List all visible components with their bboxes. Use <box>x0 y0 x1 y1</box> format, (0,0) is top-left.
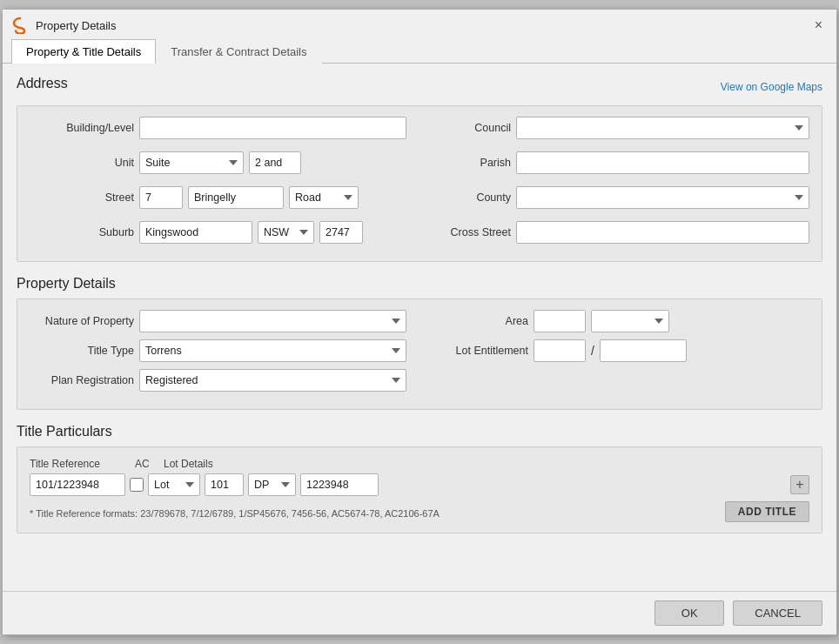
col-headers: Title Reference AC Lot Details <box>30 458 809 470</box>
main-content: Address View on Google Maps Building/Lev… <box>3 64 836 591</box>
unit-label: Unit <box>30 157 134 169</box>
address-grid: Building/Level Unit Suite Unit Apartment <box>30 117 809 251</box>
property-details-box: Nature of Property Title Type Torrens Ol… <box>17 299 822 410</box>
plan-reg-row: Plan Registration Registered Unregistere… <box>30 369 406 392</box>
street-name-input[interactable] <box>188 186 284 209</box>
col-title-ref-header: Title Reference <box>30 458 125 470</box>
title-type-select[interactable]: Torrens Old System Strata <box>139 339 406 362</box>
property-details-title: Property Details <box>17 276 116 291</box>
parish-row: Parish <box>433 151 809 174</box>
nature-label: Nature of Property <box>30 315 134 327</box>
building-level-row: Building/Level <box>30 117 406 139</box>
add-title-button[interactable]: ADD TITLE <box>725 501 809 522</box>
lot-ent-divider: / <box>591 344 594 358</box>
area-unit-select[interactable]: sqm ha <box>591 310 669 332</box>
postcode-input[interactable] <box>319 221 363 244</box>
suburb-row: Suburb NSW VIC QLD WA SA TAS ACT NT <box>30 221 406 244</box>
nature-row: Nature of Property <box>30 310 406 332</box>
cross-street-label: Cross Street <box>433 226 511 238</box>
area-input[interactable] <box>534 310 586 332</box>
address-right-col: Council Parish County <box>433 117 809 251</box>
ac-checkbox[interactable] <box>130 478 144 492</box>
suburb-label: Suburb <box>30 226 134 238</box>
street-type-select[interactable]: Road Street Avenue Drive <box>289 186 359 209</box>
county-row: County <box>433 186 809 209</box>
cancel-button[interactable]: CANCEL <box>733 600 822 626</box>
prop-left-col: Nature of Property Title Type Torrens Ol… <box>30 310 406 399</box>
plan-reg-select[interactable]: Registered Unregistered <box>139 369 406 392</box>
col-ac-header: AC <box>135 458 152 470</box>
address-left-col: Building/Level Unit Suite Unit Apartment <box>30 117 406 251</box>
tab-transfer-contract[interactable]: Transfer & Contract Details <box>156 39 321 64</box>
address-box: Building/Level Unit Suite Unit Apartment <box>17 105 822 262</box>
street-row: Street Road Street Avenue Drive <box>30 186 406 209</box>
title-bar-left: Property Details <box>11 17 116 34</box>
area-label: Area <box>433 315 528 327</box>
plus-button[interactable]: + <box>790 475 809 494</box>
address-section-header: Address View on Google Maps <box>17 76 822 98</box>
council-row: Council <box>433 117 809 139</box>
title-particulars-title: Title Particulars <box>17 424 112 439</box>
lot-type-select[interactable]: Lot Unit <box>148 473 200 496</box>
title-bar: Property Details × <box>3 10 836 39</box>
address-section-title: Address <box>17 76 68 91</box>
address-section: Address View on Google Maps Building/Lev… <box>17 76 822 262</box>
parish-input[interactable] <box>516 151 809 174</box>
lot-entitlement-row: Lot Entitlement / <box>433 339 809 362</box>
council-label: Council <box>433 122 511 134</box>
state-select[interactable]: NSW VIC QLD WA SA TAS ACT NT <box>258 221 314 244</box>
title-type-row: Title Type Torrens Old System Strata <box>30 339 406 362</box>
title-type-label: Title Type <box>30 345 134 357</box>
building-level-input[interactable] <box>139 117 406 139</box>
dialog-footer: OK CANCEL <box>3 591 836 634</box>
cross-street-row: Cross Street <box>433 221 809 244</box>
view-on-google-maps-link[interactable]: View on Google Maps <box>721 81 822 93</box>
dialog-title: Property Details <box>36 19 116 32</box>
title-particulars-box: Title Reference AC Lot Details Lot Unit … <box>17 446 822 533</box>
area-row: Area sqm ha <box>433 310 809 332</box>
street-number-input[interactable] <box>139 186 183 209</box>
parish-label: Parish <box>433 157 511 169</box>
tabs-bar: Property & Title Details Transfer & Cont… <box>3 39 836 64</box>
unit-suite-select[interactable]: Suite Unit Apartment <box>139 151 244 174</box>
close-button[interactable]: × <box>811 17 826 34</box>
county-select[interactable] <box>516 186 809 209</box>
unit-row: Unit Suite Unit Apartment <box>30 151 406 174</box>
title-ref-input[interactable] <box>30 473 125 496</box>
lot-number-input[interactable] <box>205 473 244 496</box>
lot-ent-denominator-input[interactable] <box>600 339 687 362</box>
property-details-section: Property Details Nature of Property Titl… <box>17 276 822 410</box>
property-details-dialog: Property Details × Property & Title Deta… <box>2 9 837 635</box>
council-select[interactable] <box>516 117 809 139</box>
prop-right-col: Area sqm ha Lot Entitlement / <box>433 310 809 399</box>
plan-type-select[interactable]: DP SP CP <box>248 473 296 496</box>
lot-entitlement-label: Lot Entitlement <box>433 345 528 357</box>
plan-reg-label: Plan Registration <box>30 374 134 386</box>
county-label: County <box>433 191 511 204</box>
app-icon <box>11 17 29 34</box>
suburb-input[interactable] <box>139 221 252 244</box>
hint-text: * Title Reference formats: 23/789678, 7/… <box>30 508 440 519</box>
plan-number-input[interactable] <box>300 473 379 496</box>
nature-select[interactable] <box>139 310 406 332</box>
property-details-grid: Nature of Property Title Type Torrens Ol… <box>30 310 809 399</box>
title-row-bottom: * Title Reference formats: 23/789678, 7/… <box>30 501 809 522</box>
cross-street-input[interactable] <box>516 221 809 244</box>
tab-property-title[interactable]: Property & Title Details <box>11 39 156 64</box>
title-row: Lot Unit DP SP CP + <box>30 473 809 496</box>
unit-number-input[interactable] <box>249 151 301 174</box>
ok-button[interactable]: OK <box>654 600 724 626</box>
building-level-label: Building/Level <box>30 122 134 134</box>
lot-ent-numerator-input[interactable] <box>534 339 586 362</box>
street-label: Street <box>30 191 134 204</box>
title-particulars-section: Title Particulars Title Reference AC Lot… <box>17 424 822 533</box>
col-lot-details-header: Lot Details <box>164 458 213 470</box>
